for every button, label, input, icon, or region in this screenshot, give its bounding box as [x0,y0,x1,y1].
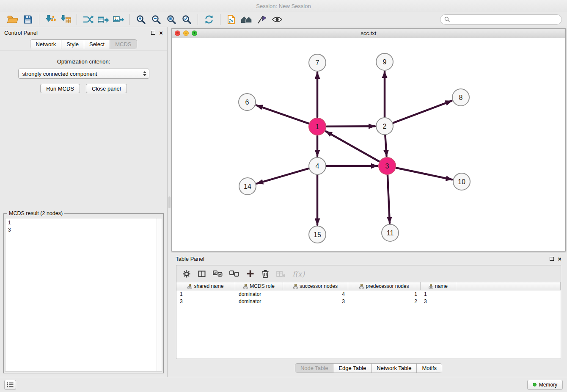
table-row[interactable]: 1 dominator 4 1 1 [176,290,561,298]
create-column-button[interactable] [246,268,254,279]
edge-4-14[interactable] [257,168,308,183]
window-minimize-button[interactable]: − [183,30,189,36]
refresh-view-button[interactable] [201,13,217,26]
search-input[interactable] [452,17,558,22]
export-image-button[interactable] [111,13,126,26]
window-close-button[interactable]: × [175,30,180,36]
column-header-mcds-role[interactable]: MCDS role [235,282,283,290]
document-network-icon [226,14,237,25]
tab-node-table[interactable]: Node Table [295,364,333,373]
graph-node-2[interactable]: 2 [376,118,393,135]
memory-label: Memory [539,382,557,388]
cell-shared-name: 3 [176,298,235,304]
toolbar-separator [39,14,39,25]
graph-node-9[interactable]: 9 [376,53,393,70]
result-scrollbar[interactable] [157,218,162,371]
cell-predecessor-nodes: 2 [348,298,421,304]
graph-node-1[interactable]: 1 [309,118,326,135]
column-header-name[interactable]: name [421,282,456,290]
float-panel-icon[interactable] [151,31,155,35]
zoom-out-button[interactable] [149,13,164,26]
graph-node-11[interactable]: 11 [382,224,399,241]
control-panel: Control Panel × Network Style Select MCD… [0,27,168,377]
import-network-button[interactable] [43,13,58,26]
node-label: 10 [458,178,465,185]
tab-motifs[interactable]: Motifs [416,364,442,373]
edge-1-6[interactable] [256,105,309,124]
graph-node-10[interactable]: 10 [453,173,470,190]
import-table-button[interactable] [58,13,73,26]
task-history-button[interactable] [4,380,16,390]
zoom-fit-button[interactable] [164,13,179,26]
close-panel-button[interactable]: Close panel [86,84,127,93]
tab-network[interactable]: Network [30,40,61,49]
edge-3-11[interactable] [388,175,390,223]
export-table-button[interactable] [96,13,111,26]
node-label: 1 [316,123,319,130]
edge-3-10[interactable] [396,168,452,180]
toolbar-separator [129,14,130,25]
column-header-successor-nodes[interactable]: successor nodes [283,282,348,290]
close-panel-icon[interactable]: × [558,256,561,262]
tab-network-table[interactable]: Network Table [371,364,416,373]
save-session-button[interactable] [20,13,36,26]
graph-node-15[interactable]: 15 [309,226,326,243]
floppy-disk-icon [23,15,33,24]
network-canvas[interactable]: 7968124314101511 [172,38,565,251]
toolbar-separator [77,14,77,25]
network-window: × − + scc.txt 7968124314101511 [171,28,566,251]
application-window: Session: New Session [0,0,567,392]
table-row[interactable]: 3 dominator 3 2 3 [176,298,561,305]
search-field[interactable] [440,14,562,25]
graph-node-14[interactable]: 14 [239,178,256,195]
show-graphics-button[interactable] [270,13,285,26]
show-columns-button[interactable] [198,268,206,279]
edge-1-2[interactable] [327,126,375,127]
tab-mcds[interactable]: MCDS [110,40,136,49]
node-label: 14 [244,183,251,190]
network-graph[interactable]: 7968124314101511 [172,38,565,251]
edge-2-8[interactable] [394,101,452,123]
graph-node-8[interactable]: 8 [452,89,469,106]
search-icon [444,17,450,22]
tab-style[interactable]: Style [61,40,84,49]
open-session-button[interactable] [5,13,20,26]
hierarchy-icon [359,284,364,289]
cell-predecessor-nodes: 1 [348,291,421,297]
unselect-all-columns-button[interactable] [229,268,239,279]
graph-node-7[interactable]: 7 [309,54,326,71]
layout-arrows-icon [82,15,94,24]
close-panel-icon[interactable]: × [159,30,163,36]
zoom-in-button[interactable] [133,13,149,26]
delete-columns-button[interactable] [261,268,270,279]
home-view-button[interactable] [239,13,254,26]
table-settings-button[interactable] [182,268,191,279]
panel-splitter[interactable] [168,27,171,377]
apply-layout-button[interactable] [80,13,96,26]
edge-2-3[interactable] [385,135,386,156]
cell-mcds-role: dominator [235,298,283,304]
first-neighbors-button[interactable] [224,13,239,26]
memory-button[interactable]: Memory [527,380,563,390]
graph-node-3[interactable]: 3 [379,157,396,174]
select-all-columns-button[interactable] [213,268,223,279]
criterion-dropdown[interactable]: strongly connected component [18,69,149,79]
run-mcds-button[interactable]: Run MCDS [40,84,80,93]
network-window-titlebar[interactable]: × − + scc.txt [172,29,565,38]
zoom-selected-button[interactable] [179,13,194,26]
splitter-grip[interactable] [168,196,171,208]
float-panel-icon[interactable] [550,257,554,261]
set-style-button[interactable] [254,13,270,26]
tab-select[interactable]: Select [84,40,110,49]
window-zoom-button[interactable]: + [192,30,197,36]
refresh-icon [204,14,215,25]
trash-icon [261,270,269,278]
column-label: MCDS role [250,283,275,289]
node-label: 3 [385,163,389,170]
column-header-predecessor-nodes[interactable]: predecessor nodes [348,282,421,290]
graph-node-6[interactable]: 6 [239,94,256,110]
tab-edge-table[interactable]: Edge Table [333,364,371,373]
column-header-shared-name[interactable]: shared name [176,282,235,290]
edge-3-1[interactable] [326,131,379,161]
graph-node-4[interactable]: 4 [309,157,326,174]
